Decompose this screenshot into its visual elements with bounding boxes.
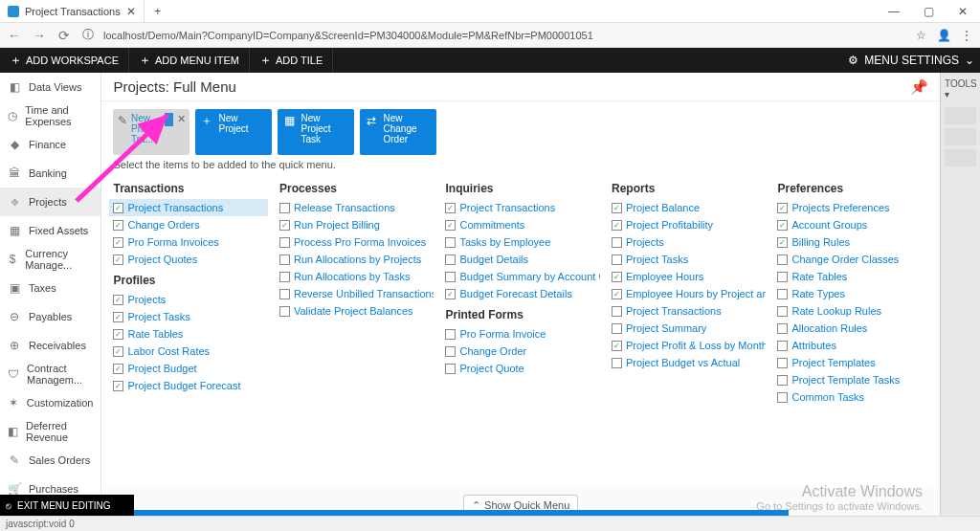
menu-link[interactable]: Tasks by Employee	[441, 233, 600, 251]
checkbox-icon[interactable]	[113, 346, 123, 357]
menu-link[interactable]: Project Transactions	[441, 199, 600, 216]
checkbox-icon[interactable]	[777, 306, 788, 317]
menu-link[interactable]: Projects	[608, 233, 767, 251]
checkbox-icon[interactable]	[777, 289, 788, 299]
checkbox-icon[interactable]	[113, 203, 123, 213]
profile-icon[interactable]: 👤	[936, 29, 951, 42]
menu-link[interactable]: Project Template Tasks	[773, 371, 932, 388]
checkbox-icon[interactable]	[279, 272, 290, 282]
checkbox-icon[interactable]	[777, 272, 788, 282]
checkbox-icon[interactable]	[279, 237, 290, 248]
menu-link[interactable]: Pro Forma Invoices	[109, 233, 268, 251]
menu-link[interactable]: Run Allocations by Tasks	[276, 268, 434, 285]
menu-link[interactable]: Project Profit & Loss by Month	[608, 337, 767, 354]
checkbox-icon[interactable]	[612, 203, 622, 213]
checkbox-icon[interactable]	[612, 306, 622, 317]
nav-reload-icon[interactable]: ⟳	[56, 28, 73, 43]
menu-link[interactable]: Release Transactions	[276, 199, 434, 216]
checkbox-icon[interactable]	[777, 375, 788, 386]
checkbox-icon[interactable]	[113, 312, 123, 322]
checkbox-icon[interactable]	[612, 341, 622, 351]
menu-link[interactable]: Billing Rules	[773, 233, 932, 251]
menu-link[interactable]: Validate Project Balances	[276, 302, 434, 320]
menu-link[interactable]: Project Budget	[109, 360, 268, 377]
checkbox-icon[interactable]	[113, 254, 123, 265]
menu-link[interactable]: Budget Details	[441, 251, 600, 268]
menu-link[interactable]: Project Quotes	[109, 251, 268, 268]
tile-edit-icon[interactable]	[165, 113, 173, 126]
sidebar-item-time-and-expenses[interactable]: ◷Time and Expenses	[0, 101, 100, 130]
checkbox-icon[interactable]	[612, 237, 622, 248]
checkbox-icon[interactable]	[777, 358, 788, 368]
checkbox-icon[interactable]	[612, 323, 622, 334]
tile-2[interactable]: ▦NewProjectTask	[278, 109, 354, 155]
add-workspace-button[interactable]: ＋ ADD WORKSPACE	[0, 48, 129, 73]
checkbox-icon[interactable]	[445, 220, 456, 231]
menu-link[interactable]: Budget Forecast Details	[441, 285, 600, 302]
menu-link[interactable]: Projects Preferences	[773, 199, 932, 216]
checkbox-icon[interactable]	[279, 306, 290, 317]
menu-link[interactable]: Process Pro Forma Invoices	[276, 233, 434, 251]
nav-forward-icon[interactable]: →	[31, 28, 48, 43]
menu-link[interactable]: Commitments	[441, 216, 600, 233]
menu-link[interactable]: Allocation Rules	[773, 320, 932, 337]
menu-link[interactable]: Employee Hours by Project and ...	[608, 285, 767, 302]
checkbox-icon[interactable]	[612, 358, 622, 368]
menu-link[interactable]: Rate Tables	[109, 325, 268, 343]
menu-link[interactable]: Project Budget Forecast	[109, 377, 268, 394]
sidebar-item-banking[interactable]: 🏛Banking	[0, 159, 100, 188]
window-close[interactable]: ✕	[946, 5, 980, 18]
menu-link[interactable]: Projects	[109, 291, 268, 308]
menu-link[interactable]: Project Profitability	[608, 216, 767, 233]
sidebar-item-payables[interactable]: ⊖Payables	[0, 302, 100, 331]
menu-link[interactable]: Project Summary	[608, 320, 767, 337]
bookmark-star-icon[interactable]: ☆	[913, 29, 928, 42]
sidebar-item-customization[interactable]: ✶Customization	[0, 388, 100, 417]
menu-link[interactable]: Project Tasks	[608, 251, 767, 268]
checkbox-icon[interactable]	[777, 392, 788, 403]
menu-link[interactable]: Rate Types	[773, 285, 932, 302]
checkbox-icon[interactable]	[777, 220, 788, 231]
menu-link[interactable]: Change Order	[441, 343, 600, 360]
checkbox-icon[interactable]	[279, 254, 290, 265]
menu-link[interactable]: Attributes	[773, 337, 932, 354]
menu-link[interactable]: Project Tasks	[109, 308, 268, 325]
menu-link[interactable]: Run Allocations by Projects	[276, 251, 434, 268]
checkbox-icon[interactable]	[777, 254, 788, 265]
site-info-icon[interactable]: ⓘ	[80, 27, 96, 43]
checkbox-icon[interactable]	[777, 237, 788, 248]
checkbox-icon[interactable]	[445, 272, 456, 282]
menu-link[interactable]: Employee Hours	[608, 268, 767, 285]
menu-link[interactable]: Pro Forma Invoice	[441, 325, 600, 343]
new-tab-button[interactable]: +	[145, 5, 171, 18]
sidebar-item-contract-managem-[interactable]: 🛡Contract Managem...	[0, 360, 100, 388]
checkbox-icon[interactable]	[612, 289, 622, 299]
tile-1[interactable]: ＋NewProject	[195, 109, 272, 155]
checkbox-icon[interactable]	[445, 346, 456, 357]
menu-link[interactable]: Project Budget vs Actual	[608, 354, 767, 371]
menu-link[interactable]: Project Transactions	[109, 199, 268, 216]
checkbox-icon[interactable]	[445, 237, 456, 248]
menu-link[interactable]: Rate Lookup Rules	[773, 302, 932, 320]
checkbox-icon[interactable]	[279, 203, 290, 213]
checkbox-icon[interactable]	[113, 381, 123, 391]
sidebar-item-data-views[interactable]: ◧Data Views	[0, 73, 100, 101]
checkbox-icon[interactable]	[445, 364, 456, 374]
checkbox-icon[interactable]	[113, 364, 123, 374]
menu-link[interactable]: Change Orders	[109, 216, 268, 233]
menu-link[interactable]: Labor Cost Rates	[109, 343, 268, 360]
checkbox-icon[interactable]	[445, 289, 456, 299]
checkbox-icon[interactable]	[113, 220, 123, 231]
menu-link[interactable]: Common Tasks	[773, 388, 932, 406]
checkbox-icon[interactable]	[445, 329, 456, 340]
browser-tab[interactable]: Project Transactions ✕	[0, 0, 145, 23]
sidebar-item-fixed-assets[interactable]: ▦Fixed Assets	[0, 216, 100, 245]
checkbox-icon[interactable]	[777, 323, 788, 334]
checkbox-icon[interactable]	[113, 237, 123, 248]
menu-settings-button[interactable]: MENU SETTINGS	[864, 54, 959, 67]
menu-link[interactable]: Project Templates	[773, 354, 932, 371]
checkbox-icon[interactable]	[777, 203, 788, 213]
menu-link[interactable]: Account Groups	[773, 216, 932, 233]
sidebar-item-deferred-revenue[interactable]: ◧Deferred Revenue	[0, 417, 100, 446]
chevron-down-icon[interactable]: ⌄	[965, 54, 974, 67]
